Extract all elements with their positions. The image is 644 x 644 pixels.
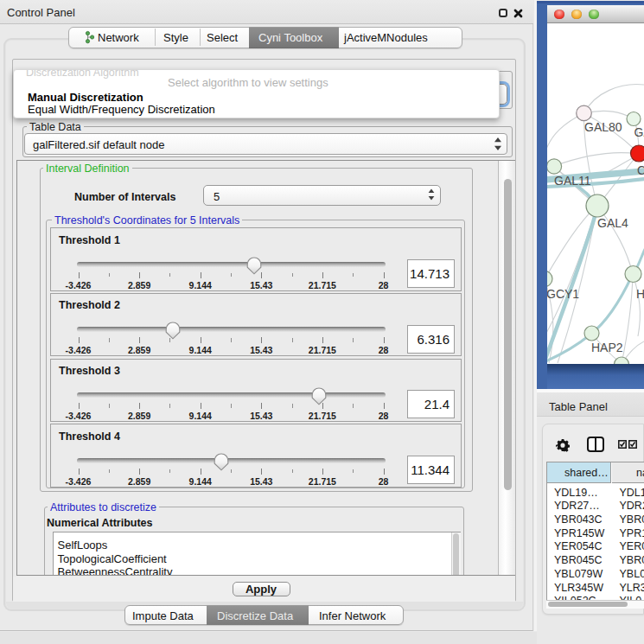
svg-text:GA: GA [634,125,644,139]
svg-text:HAP2: HAP2 [591,340,623,354]
svg-text:GCY1: GCY1 [547,287,579,301]
svg-text:GAL80: GAL80 [584,119,622,133]
svg-text:GAL4: GAL4 [597,215,628,229]
svg-text:H: H [636,286,644,300]
svg-text:C: C [637,163,644,176]
svg-text:GAL11: GAL11 [554,173,591,187]
